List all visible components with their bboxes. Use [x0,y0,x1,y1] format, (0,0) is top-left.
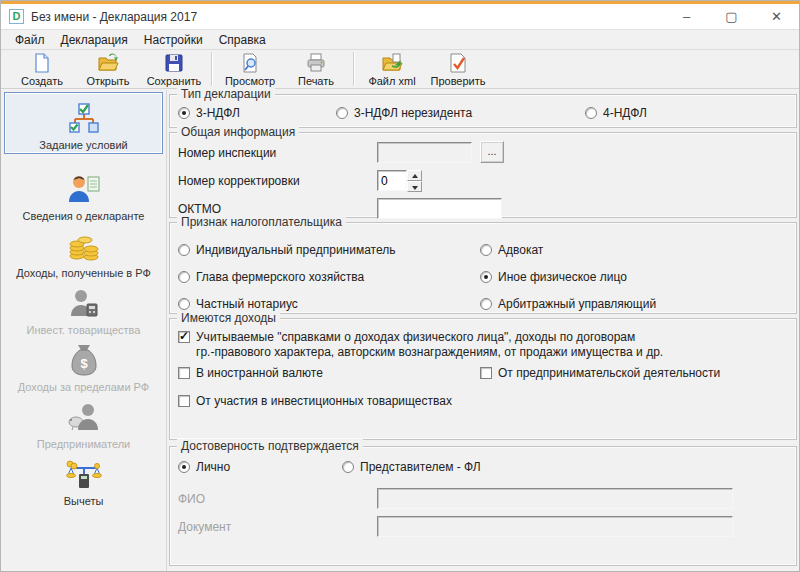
save-floppy-icon [163,52,185,74]
groupbox-title: Признак налогоплательщика [177,215,346,229]
correction-number-spinner[interactable] [377,170,422,192]
xml-file-icon [381,52,403,74]
svg-text:$: $ [80,356,88,371]
scales-icon [66,455,102,494]
menu-help[interactable]: Справка [211,31,274,49]
new-button[interactable]: Создать [9,50,75,88]
checkbox-icon[interactable] [178,395,190,407]
spinner-up-icon[interactable] [407,170,422,181]
sidebar-item-label: Доходы, полученные в РФ [16,267,151,279]
app-icon: D [9,9,24,24]
correction-number-label: Номер корректировки [178,174,300,188]
toolbar-button-label: Проверить [430,75,485,87]
radio-option-3ndfl[interactable]: 3-НДФЛ [178,106,240,120]
sidebar-item-income-rf[interactable]: Доходы, полученные в РФ [4,225,163,281]
radio-icon[interactable] [342,461,354,473]
open-folder-icon [97,52,119,74]
app-window: D Без имени - Декларация 2017 – ▢ ✕ Файл… [0,0,800,572]
radio-option-representative[interactable]: Представителем - ФЛ [342,460,481,474]
groupbox-declaration-type: Тип декларации 3-НДФЛ 3-НДФЛ нерезидента… [169,94,797,128]
checkbox-foreign-currency[interactable]: В иностранной валюте [178,366,323,380]
partnership-person-icon [67,286,101,323]
radio-option-other-individual[interactable]: Иное физическое лицо [480,270,627,284]
groupbox-title: Достоверность подтверждается [177,439,363,453]
toolbar-button-label: Открыть [86,75,129,87]
sidebar-item-invest-partnership: Инвест. товарищества [4,282,163,338]
inspection-browse-button[interactable]: ... [480,141,504,163]
checkbox-icon[interactable] [178,331,190,343]
radio-icon[interactable] [178,107,190,119]
radio-option-farm-head[interactable]: Глава фермерского хозяйства [178,270,364,284]
radio-option-individual-entrepreneur[interactable]: Индивидуальный предприниматель [178,243,395,257]
check-document-icon [447,52,469,74]
radio-option-3ndfl-nonresident[interactable]: 3-НДФЛ нерезидента [336,106,472,120]
maximize-button[interactable]: ▢ [709,4,754,29]
close-button[interactable]: ✕ [754,4,799,29]
sidebar-item-deductions[interactable]: Вычеты [4,453,163,509]
checkbox-entrepreneurial-activity[interactable]: От предпринимательской деятельности [480,366,720,380]
oktmo-field[interactable] [377,198,502,219]
radio-option-private-notary[interactable]: Частный нотариус [178,297,298,311]
fio-field[interactable] [377,488,733,509]
radio-icon[interactable] [336,107,348,119]
menu-file[interactable]: Файл [7,31,53,49]
sidebar-item-label: Вычеты [64,495,104,507]
print-icon [305,52,327,74]
inspection-number-field[interactable] [377,142,472,163]
toolbar-separator [353,52,355,86]
print-button[interactable]: Печать [283,50,349,88]
radio-icon[interactable] [178,461,190,473]
correction-number-field[interactable] [377,170,407,191]
money-bag-icon: $ [68,343,100,380]
menu-declaration[interactable]: Декларация [53,31,136,49]
groupbox-general-info: Общая информация Номер инспекции ... Ном… [169,132,797,218]
declarant-person-icon [67,172,101,209]
radio-icon[interactable] [480,298,492,310]
sidebar: Задание условий Сведения о декларанте До… [1,90,167,572]
radio-icon[interactable] [480,244,492,256]
sidebar-item-label: Сведения о декларанте [23,210,145,222]
open-button[interactable]: Открыть [75,50,141,88]
window-title: Без имени - Декларация 2017 [31,10,197,24]
groupbox-authenticity: Достоверность подтверждается Лично Предс… [169,446,797,566]
menu-settings[interactable]: Настройки [136,31,211,49]
spinner-down-icon[interactable] [407,181,422,192]
radio-icon[interactable] [585,107,597,119]
radio-icon[interactable] [480,271,492,283]
titlebar[interactable]: D Без имени - Декларация 2017 – ▢ ✕ [1,4,799,29]
sidebar-item-label: Инвест. товарищества [27,324,141,336]
checkbox-icon[interactable] [178,367,190,379]
radio-icon[interactable] [178,244,190,256]
checkbox-label-line2: гр.-правового характера, авторским возна… [196,345,663,359]
preview-button[interactable]: Просмотр [217,50,283,88]
checkbox-icon[interactable] [480,367,492,379]
sidebar-item-label: Доходы за пределами РФ [18,381,149,393]
minimize-button[interactable]: – [664,4,709,29]
toolbar-button-label: Просмотр [225,75,275,87]
sidebar-item-label: Задание условий [39,139,127,151]
new-document-icon [31,52,53,74]
radio-option-personally[interactable]: Лично [178,460,230,474]
radio-option-arbitration-manager[interactable]: Арбитражный управляющий [480,297,656,311]
document-field[interactable] [377,516,733,537]
radio-option-4ndfl[interactable]: 4-НДФЛ [585,106,647,120]
preview-icon [239,52,261,74]
toolbar-button-label: Файл xml [368,75,415,87]
radio-option-lawyer[interactable]: Адвокат [480,243,543,257]
toolbar: Создать Открыть Сохранить Просмотр Печат… [1,49,799,89]
sidebar-item-declarant[interactable]: Сведения о декларанте [4,168,163,224]
fio-label: ФИО [178,492,205,506]
groupbox-title: Имеются доходы [177,311,280,325]
radio-icon[interactable] [178,298,190,310]
checkbox-investment-partnerships[interactable]: От участия в инвестиционных товарищества… [178,394,452,408]
save-button[interactable]: Сохранить [141,50,207,88]
toolbar-button-label: Создать [21,75,63,87]
inspection-number-label: Номер инспекции [178,146,276,160]
check-button[interactable]: Проверить [425,50,491,88]
checkbox-income-certificates[interactable]: Учитываемые "справками о доходах физичес… [178,330,635,344]
oktmo-label: ОКТМО [178,202,221,216]
groupbox-title: Общая информация [177,125,299,139]
sidebar-item-conditions[interactable]: Задание условий [4,92,163,154]
xml-file-button[interactable]: Файл xml [359,50,425,88]
radio-icon[interactable] [178,271,190,283]
